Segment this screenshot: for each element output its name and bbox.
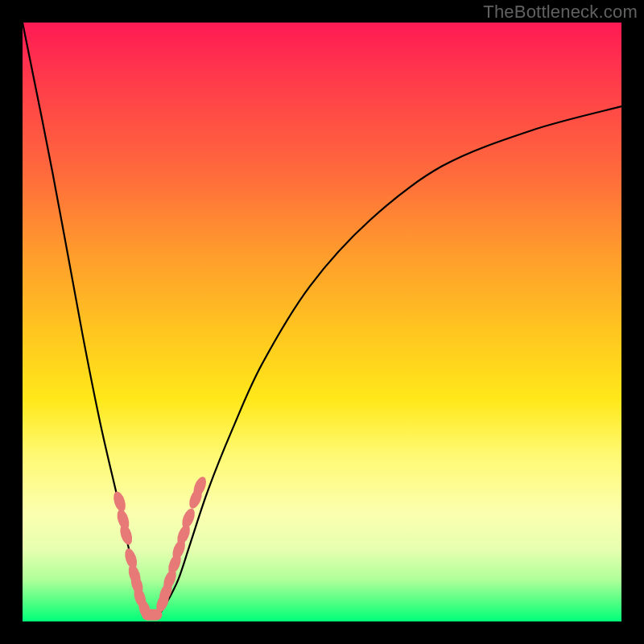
plot-svg [23,23,621,621]
chart-frame: TheBottleneck.com [0,0,644,644]
data-marker [111,490,127,514]
data-marker [118,523,134,547]
watermark-text: TheBottleneck.com [483,2,638,23]
plot-area [23,23,621,621]
bottleneck-curve [23,23,621,616]
data-marker [180,507,197,530]
